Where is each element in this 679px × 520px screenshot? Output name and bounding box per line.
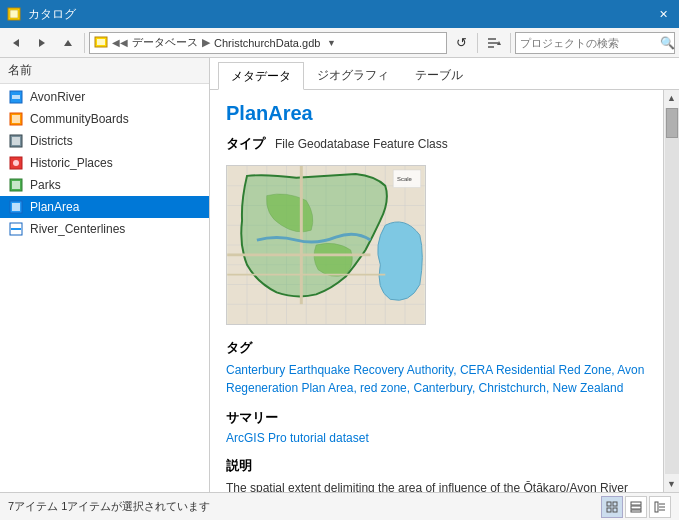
sidebar-label-rivercenterlines: River_Centerlines [30, 222, 125, 236]
sidebar-item-parks[interactable]: Parks [0, 174, 209, 196]
svg-rect-53 [631, 510, 641, 512]
path-arrow-1: ◀◀ [112, 37, 128, 48]
content-title: PlanArea [226, 102, 647, 125]
sidebar: 名前 AvonRiver CommunityBo [0, 58, 210, 492]
content-body: PlanArea タイプ File Geodatabase Feature Cl… [210, 90, 663, 492]
svg-rect-16 [12, 137, 20, 145]
sidebar-item-districts[interactable]: Districts [0, 130, 209, 152]
svg-rect-54 [655, 502, 658, 512]
svg-point-18 [13, 160, 19, 166]
toolbar-separator-2 [477, 33, 478, 53]
svg-rect-12 [12, 95, 20, 99]
sidebar-label-parks: Parks [30, 178, 61, 192]
communityboards-icon [8, 111, 24, 127]
search-bar: 🔍 [515, 32, 675, 54]
rivercenterlines-icon [8, 221, 24, 237]
sidebar-item-river-centerlines[interactable]: River_Centerlines [0, 218, 209, 240]
path-dropdown-button[interactable]: ▼ [324, 33, 338, 53]
summary-value: ArcGIS Pro tutorial dataset [226, 431, 647, 445]
sidebar-label-historicplaces: Historic_Places [30, 156, 113, 170]
status-text: 7アイテム 1アイテムが選択されています [8, 499, 593, 514]
districts-icon [8, 133, 24, 149]
svg-rect-14 [12, 115, 20, 123]
sidebar-list: AvonRiver CommunityBoards [0, 84, 209, 492]
sidebar-item-avonriver[interactable]: AvonRiver [0, 86, 209, 108]
scroll-down-button[interactable]: ▼ [664, 476, 680, 492]
sort-button[interactable] [482, 31, 506, 55]
type-row: タイプ File Geodatabase Feature Class [226, 135, 647, 153]
title-bar: カタログ ✕ [0, 0, 679, 28]
type-value: File Geodatabase Feature Class [275, 137, 448, 151]
status-bar: 7アイテム 1アイテムが選択されています [0, 492, 679, 520]
title-bar-icon [6, 6, 22, 22]
svg-rect-1 [10, 10, 18, 18]
tags-label: タグ [226, 339, 647, 357]
status-icons [601, 496, 671, 518]
svg-rect-50 [613, 508, 617, 512]
toolbar-separator-1 [84, 33, 85, 53]
tab-table[interactable]: テーブル [402, 61, 476, 89]
toolbar: ◀◀ データベース ▶ ChristchurchData.gdb ▼ ↺ 🔍 [0, 28, 679, 58]
scroll-thumb[interactable] [666, 108, 678, 138]
historicplaces-icon [8, 155, 24, 171]
summary-label: サマリー [226, 409, 647, 427]
svg-rect-49 [607, 508, 611, 512]
svg-rect-52 [631, 506, 641, 509]
sidebar-header: 名前 [0, 58, 209, 84]
planarea-icon [8, 199, 24, 215]
summary-section: サマリー ArcGIS Pro tutorial dataset [226, 409, 647, 445]
parks-icon [8, 177, 24, 193]
up-button[interactable] [56, 31, 80, 55]
sidebar-item-historic-places[interactable]: Historic_Places [0, 152, 209, 174]
sidebar-label-districts: Districts [30, 134, 73, 148]
scroll-track[interactable] [665, 108, 679, 474]
view-icon-list[interactable] [625, 496, 647, 518]
sidebar-item-planarea[interactable]: PlanArea [0, 196, 209, 218]
tab-geography[interactable]: ジオグラフィ [304, 61, 402, 89]
path-part-db: データベース [132, 35, 198, 50]
sidebar-item-communityboards[interactable]: CommunityBoards [0, 108, 209, 130]
refresh-button[interactable]: ↺ [449, 31, 473, 55]
svg-rect-47 [607, 502, 611, 506]
view-icon-details[interactable] [649, 496, 671, 518]
toolbar-separator-3 [510, 33, 511, 53]
view-icon-grid[interactable] [601, 496, 623, 518]
back-button[interactable] [4, 31, 28, 55]
path-gdb-icon [94, 35, 108, 51]
path-bar[interactable]: ◀◀ データベース ▶ ChristchurchData.gdb ▼ [89, 32, 447, 54]
scroll-up-button[interactable]: ▲ [664, 90, 680, 106]
path-separator: ▶ [202, 36, 210, 49]
tags-value: Canterbury Earthquake Recovery Authority… [226, 361, 647, 397]
right-scrollbar: ▲ ▼ [663, 90, 679, 492]
desc-label: 説明 [226, 457, 647, 475]
map-thumbnail: Scale [226, 165, 426, 325]
svg-marker-4 [64, 40, 72, 46]
svg-marker-3 [39, 39, 45, 47]
svg-marker-2 [13, 39, 19, 47]
svg-rect-51 [631, 502, 641, 505]
sidebar-label-planarea: PlanArea [30, 200, 79, 214]
close-button[interactable]: ✕ [653, 4, 673, 24]
sidebar-label-avonriver: AvonRiver [30, 90, 85, 104]
tabs-bar: メタデータ ジオグラフィ テーブル [210, 58, 679, 90]
svg-text:Scale: Scale [397, 176, 412, 182]
svg-rect-22 [12, 203, 20, 211]
tags-section: タグ Canterbury Earthquake Recovery Author… [226, 339, 647, 397]
svg-rect-48 [613, 502, 617, 506]
desc-value: The spatial extent delimiting the area o… [226, 479, 647, 492]
sidebar-label-communityboards: CommunityBoards [30, 112, 129, 126]
svg-rect-20 [12, 181, 20, 189]
avonriver-icon [8, 89, 24, 105]
path-part-gdb: ChristchurchData.gdb [214, 37, 320, 49]
search-input[interactable] [520, 37, 658, 49]
search-icon: 🔍 [660, 36, 675, 50]
content-area: メタデータ ジオグラフィ テーブル PlanArea タイプ File Geod… [210, 58, 679, 492]
forward-button[interactable] [30, 31, 54, 55]
title-bar-label: カタログ [28, 6, 647, 23]
desc-section: 説明 The spatial extent delimiting the are… [226, 457, 647, 492]
main-layout: 名前 AvonRiver CommunityBo [0, 58, 679, 492]
type-label: タイプ [226, 135, 265, 153]
tab-metadata[interactable]: メタデータ [218, 62, 304, 90]
svg-rect-6 [97, 39, 105, 45]
